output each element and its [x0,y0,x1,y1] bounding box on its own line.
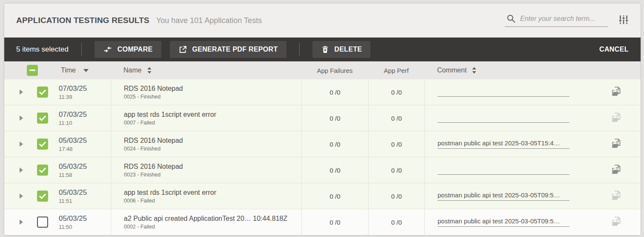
app-perf-value: 0 /0 [368,183,424,209]
expand-row-icon[interactable] [20,90,23,95]
selection-action-bar: 5 items selected COMPARE GENERATE PDF RE… [4,38,641,61]
compare-icon [103,45,112,54]
export-report-icon [178,45,187,54]
divider [81,43,82,56]
open-report-folder-icon [610,138,622,149]
expand-row-icon[interactable] [20,220,23,225]
expand-row-icon[interactable] [20,194,23,199]
row-time: 11:51 [59,198,87,204]
filter-sliders-button[interactable] [618,14,630,26]
sort-both-icon[interactable] [147,67,152,74]
generate-pdf-button-label: GENERATE PDF REPORT [192,46,278,53]
open-report-button[interactable] [610,86,622,98]
test-name: RDS 2016 Notepad [124,163,183,171]
app-perf-value: 0 /0 [368,79,424,105]
open-report-button[interactable] [610,112,622,124]
open-report-folder-icon [610,112,622,123]
table-row[interactable]: 05/03/25 17:48 RDS 2016 Notepad 0024 - F… [4,131,641,157]
open-report-button[interactable] [610,190,622,202]
compare-button-label: COMPARE [117,46,153,53]
row-checkbox[interactable] [37,87,48,98]
row-date: 05/03/25 [59,162,87,171]
table-row[interactable]: 05/03/25 11:58 RDS 2016 Notepad 0023 - F… [4,157,641,183]
app-failures-value: 0 /0 [301,79,368,105]
test-name: RDS 2016 Notepad [124,85,183,92]
row-checkbox[interactable] [37,139,48,150]
app-failures-value: 0 /0 [301,131,368,157]
test-status: 0024 - Finished [124,146,160,152]
app-perf-value: 0 /0 [368,209,424,235]
comment-input[interactable] [438,165,570,175]
row-checkbox[interactable] [37,165,48,176]
row-time: 11:58 [59,172,87,178]
delete-button[interactable]: DELETE [312,41,371,58]
row-time: 17:48 [59,146,87,152]
row-checkbox[interactable] [37,191,48,202]
sort-descending-icon[interactable] [83,69,89,72]
comment-input[interactable] [438,87,570,97]
column-header-comment[interactable]: Comment [437,66,467,74]
table-row[interactable]: 05/03/25 11:50 a2 Public api created App… [4,209,641,235]
open-report-folder-icon [610,86,622,97]
open-report-button[interactable] [610,216,622,228]
row-date: 05/03/25 [59,136,87,145]
expand-row-icon[interactable] [20,116,23,121]
comment-input[interactable] [438,217,570,227]
open-report-folder-icon [610,216,622,227]
table-header: Time Name App Failures App Perf Comment [4,61,641,79]
row-date: 07/03/25 [59,84,87,93]
test-status: 0025 - Finished [124,94,160,100]
comment-input[interactable] [438,191,570,201]
test-status: 0006 - Failed [124,198,155,204]
test-name: app test rds 1script event error [124,111,216,118]
app-perf-value: 0 /0 [368,131,424,157]
row-checkbox[interactable] [37,217,48,228]
compare-button[interactable]: COMPARE [94,41,161,58]
column-header-app-failures[interactable]: App Failures [301,67,368,74]
comment-input[interactable] [438,113,570,123]
cancel-button[interactable]: CANCEL [599,46,629,53]
app-failures-value: 0 /0 [301,183,368,209]
app-perf-value: 0 /0 [368,105,424,131]
test-status: 0002 - Failed [124,224,155,230]
test-name: a2 Public api created ApplicationTest 20… [124,215,287,223]
expand-row-icon[interactable] [20,168,23,173]
row-date: 05/03/25 [59,188,87,197]
search-input[interactable] [520,15,605,23]
row-checkbox[interactable] [37,113,48,124]
table-row[interactable]: 07/03/25 11:10 app test rds 1script even… [4,105,641,131]
column-header-app-perf[interactable]: App Perf [368,67,424,74]
trash-icon [321,45,329,54]
generate-pdf-report-button[interactable]: GENERATE PDF REPORT [170,41,286,58]
selection-count-label: 5 items selected [16,45,69,54]
app-perf-value: 0 /0 [368,157,424,183]
page-subtitle: You have 101 Application Tests [156,16,262,25]
filter-sliders-icon [618,14,630,25]
page-header: APPLICATION TESTING RESULTS You have 101… [4,3,641,38]
select-all-checkbox[interactable] [27,65,38,76]
table-row[interactable]: 07/03/25 11:39 RDS 2016 Notepad 0025 - F… [4,79,641,105]
application-testing-results-panel: APPLICATION TESTING RESULTS You have 101… [4,3,641,235]
test-name: app test rds 1script event error [124,189,216,197]
test-status: 0007 - Failed [124,120,155,126]
open-report-button[interactable] [610,164,622,176]
open-report-button[interactable] [610,138,622,150]
test-name: RDS 2016 Notepad [124,137,183,145]
app-failures-value: 0 /0 [301,105,368,131]
row-time: 11:39 [59,94,87,100]
app-failures-value: 0 /0 [301,157,368,183]
sort-both-icon[interactable] [472,67,477,74]
delete-button-label: DELETE [335,46,362,53]
comment-input[interactable] [438,139,570,149]
column-header-name[interactable]: Name [123,66,142,74]
divider [299,43,300,56]
open-report-folder-icon [610,190,622,201]
row-time: 11:10 [59,120,87,126]
open-report-folder-icon [610,164,622,175]
app-failures-value: 0 /0 [301,209,368,235]
expand-row-icon[interactable] [20,142,23,147]
column-header-time[interactable]: Time [61,66,76,74]
search-box[interactable] [505,14,608,27]
table-body: 07/03/25 11:39 RDS 2016 Notepad 0025 - F… [4,79,641,235]
table-row[interactable]: 05/03/25 11:51 app test rds 1script even… [4,183,641,209]
